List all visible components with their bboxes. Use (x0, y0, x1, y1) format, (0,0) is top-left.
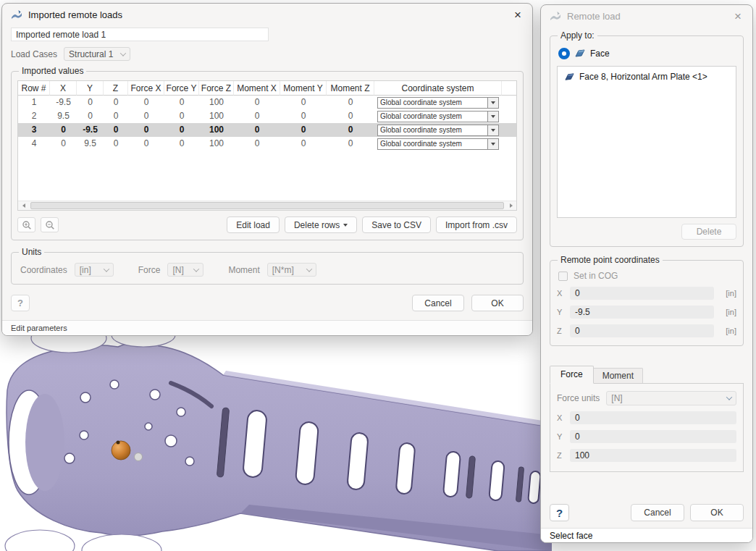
cell: 0 (164, 137, 199, 151)
zoom-out-button[interactable] (41, 217, 59, 232)
face-list-item[interactable]: Face 8, Horizontal Arm Plate <1> (560, 70, 733, 83)
remote-load-titlebar[interactable]: Remote load × (541, 5, 752, 27)
cell: 0 (164, 96, 199, 109)
dropdown-button[interactable] (487, 98, 498, 108)
help-button[interactable]: ? (11, 295, 30, 311)
edit-load-button[interactable]: Edit load (227, 216, 280, 233)
coordinate-system-select[interactable]: Global coordinate system (377, 125, 499, 136)
column-header: Force Z (199, 81, 234, 96)
force-units-value: [N] (611, 393, 622, 403)
remote-load-icon (11, 9, 22, 20)
table-row[interactable]: 4 0 9.5 0 0 0 100 0 0 0 Global coordinat… (18, 137, 516, 151)
load-case-value: Structural 1 (69, 49, 113, 59)
ok-label: OK (491, 298, 503, 308)
imported-loads-titlebar[interactable]: Imported remote loads × (2, 4, 532, 25)
scroll-right-button[interactable] (505, 201, 516, 210)
crescent-cover (25, 394, 64, 491)
coordinates-unit-select[interactable]: [in] (75, 263, 114, 277)
cell: 0 (234, 137, 280, 151)
ok-button[interactable]: OK (690, 504, 744, 521)
force-units-select[interactable]: [N] (606, 391, 736, 405)
import-from-csv-button[interactable]: Import from .csv (436, 216, 517, 233)
close-icon[interactable]: × (512, 9, 524, 21)
force-y-field[interactable]: 0 (570, 430, 736, 443)
cancel-button[interactable]: Cancel (412, 295, 464, 311)
table-row[interactable]: 1 -9.5 0 0 0 0 100 0 0 0 Global coordina… (18, 96, 516, 109)
force-z-field[interactable]: 100 (570, 449, 736, 462)
tab-moment-label: Moment (602, 371, 634, 381)
load-case-select[interactable]: Structural 1 (64, 47, 130, 61)
axis-label: Y (557, 308, 564, 316)
coordinate-system-select[interactable]: Global coordinate system (377, 97, 499, 109)
chevron-down-icon (491, 143, 495, 146)
coordinate-system-cell: Global coordinate system (374, 109, 502, 123)
reference-sphere (135, 453, 143, 461)
remote-load-marker[interactable] (112, 441, 130, 460)
delete-row: Delete (557, 224, 736, 240)
y-coordinate-field[interactable]: -9.5 (570, 306, 714, 319)
cell: 0 (164, 109, 199, 123)
set-in-cog-checkbox[interactable] (558, 272, 568, 281)
apply-to-label: Apply to: (558, 30, 597, 41)
tab-moment[interactable]: Moment (594, 368, 643, 383)
face-radio-label: Face (590, 49, 610, 59)
coordinate-system-select[interactable]: Global coordinate system (377, 138, 499, 150)
axis-label: Z (557, 451, 564, 460)
dropdown-button[interactable] (487, 139, 498, 149)
cell: 0 (327, 96, 374, 109)
cell-empty (502, 137, 516, 151)
save-to-csv-button[interactable]: Save to CSV (362, 216, 431, 233)
cell: -9.5 (50, 96, 77, 109)
scrollbar-track[interactable] (29, 201, 505, 210)
z-coordinate-field[interactable]: 0 (570, 324, 714, 337)
cell: 100 (199, 123, 234, 137)
coordinate-system-select[interactable]: Global coordinate system (377, 111, 499, 122)
force-units-row: Force units [N] (557, 391, 736, 405)
chevron-down-icon (726, 394, 732, 400)
help-button[interactable]: ? (550, 504, 569, 521)
force-z-value: 100 (575, 450, 589, 460)
face-radio-button[interactable] (558, 48, 570, 59)
cell: 100 (199, 137, 234, 151)
units-label: Units (19, 247, 44, 257)
cell: 3 (18, 123, 50, 137)
delete-button[interactable]: Delete (681, 224, 736, 240)
cell: 0 (327, 123, 374, 137)
zoom-in-icon (22, 220, 32, 230)
model-viewport[interactable] (0, 334, 552, 551)
set-in-cog-row[interactable]: Set in COG (558, 271, 735, 281)
table-row-selected[interactable]: 3 0 -9.5 0 0 0 100 0 0 0 Global coordina… (18, 123, 516, 137)
dropdown-button[interactable] (487, 112, 498, 122)
face-radio-row[interactable]: Face (557, 46, 736, 66)
close-icon[interactable]: × (732, 10, 744, 22)
cell: 100 (199, 96, 234, 109)
face-selection-list[interactable]: Face 8, Horizontal Arm Plate <1> (557, 66, 736, 218)
table-row[interactable]: 2 9.5 0 0 0 0 100 0 0 0 Global coordinat… (18, 109, 516, 123)
table-horizontal-scrollbar[interactable] (18, 201, 516, 210)
face-icon (575, 49, 585, 59)
dialog-title: Remote load (567, 11, 621, 22)
scallop-cutout (82, 534, 161, 551)
status-bar: Select face (541, 528, 752, 542)
ok-button[interactable]: OK (471, 295, 524, 311)
force-unit-select[interactable]: [N] (167, 263, 203, 277)
force-x-value: 0 (575, 413, 580, 423)
chevron-down-icon (343, 224, 348, 227)
tab-force-label: Force (560, 369, 583, 379)
x-coordinate-field[interactable]: 0 (570, 287, 714, 300)
delete-label: Delete (697, 227, 722, 237)
tab-force[interactable]: Force (550, 366, 594, 384)
zoom-in-button[interactable] (17, 217, 35, 232)
force-unit-value: [N] (172, 265, 183, 275)
moment-unit-select[interactable]: [N*m] (267, 263, 316, 277)
force-x-field[interactable]: 0 (570, 411, 736, 424)
dropdown-button[interactable] (487, 125, 498, 135)
scroll-left-button[interactable] (18, 201, 29, 210)
model-plate[interactable] (7, 342, 552, 551)
units-group: Units Coordinates [in] Force [N] Moment (11, 252, 524, 285)
cancel-button[interactable]: Cancel (631, 504, 684, 521)
load-name-input[interactable] (11, 28, 269, 41)
delete-rows-button[interactable]: Delete rows (285, 216, 357, 233)
scrollbar-thumb[interactable] (30, 202, 504, 209)
help-label: ? (17, 298, 23, 308)
